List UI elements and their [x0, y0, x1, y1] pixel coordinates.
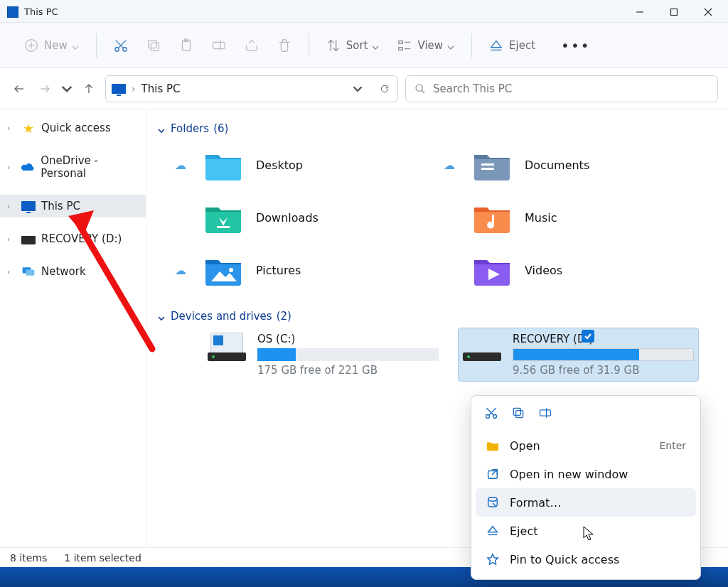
nav-history-button[interactable]	[61, 80, 73, 98]
context-open-new-window[interactable]: Open in new window	[476, 460, 696, 488]
group-label: Folders	[171, 122, 209, 135]
context-pin-label: Pin to Quick access	[510, 553, 619, 566]
sort-button[interactable]: Sort	[318, 33, 388, 58]
search-placeholder: Search This PC	[433, 82, 512, 95]
folder-item-desktop[interactable]: ☁ Desktop	[175, 141, 437, 189]
cut-button[interactable]	[105, 33, 136, 58]
eject-label: Eject	[509, 39, 535, 52]
search-icon	[414, 83, 426, 95]
folder-item-downloads[interactable]: Downloads	[175, 193, 437, 242]
svg-rect-31	[26, 270, 35, 276]
nav-item-onedrive[interactable]: › OneDrive - Personal	[0, 149, 146, 185]
drive-free-text: 9.56 GB free of 31.9 GB	[513, 364, 694, 377]
svg-rect-33	[481, 168, 494, 170]
svg-rect-44	[540, 410, 551, 416]
drive-item-os[interactable]: OS (C:) 175 GB free of 221 GB	[203, 328, 443, 381]
group-label: Devices and drives	[171, 310, 272, 323]
context-eject[interactable]: Eject	[476, 517, 696, 545]
folder-icon	[203, 149, 243, 181]
nav-forward-button[interactable]	[36, 80, 54, 98]
context-open-shortcut: Enter	[659, 440, 686, 451]
drive-usage-bar	[513, 348, 694, 361]
drive-icon	[463, 333, 501, 361]
expand-icon[interactable]: ›	[7, 267, 16, 276]
group-header-folders[interactable]: Folders (6)	[158, 122, 717, 135]
group-header-drives[interactable]: Devices and drives (2)	[158, 310, 717, 323]
folder-icon	[472, 202, 512, 233]
folder-item-videos[interactable]: Videos	[444, 246, 705, 294]
drive-label: OS (C:)	[257, 333, 439, 345]
context-menu: Open Enter Open in new window Format… Ej…	[471, 395, 701, 580]
eject-button[interactable]: Eject	[481, 33, 542, 58]
drive-free-text: 175 GB free of 221 GB	[257, 364, 439, 377]
breadcrumb-current[interactable]: This PC	[141, 82, 181, 95]
svg-line-29	[422, 90, 424, 93]
nav-item-quick-access[interactable]: › ★ Quick access	[0, 117, 146, 139]
rename-icon	[210, 37, 228, 54]
paste-button[interactable]	[171, 33, 202, 58]
folder-open-icon	[486, 438, 500, 453]
context-pin-quick-access[interactable]: Pin to Quick access	[476, 545, 696, 573]
svg-marker-50	[488, 527, 498, 532]
new-button[interactable]: New	[16, 33, 87, 58]
view-icon	[396, 37, 413, 54]
nav-item-recovery-drive[interactable]: › RECOVERY (D:)	[0, 227, 146, 250]
minimize-button[interactable]	[623, 1, 657, 23]
folder-icon	[203, 202, 243, 233]
context-eject-label: Eject	[510, 524, 537, 538]
expand-icon[interactable]: ›	[7, 202, 16, 211]
close-button[interactable]	[691, 1, 725, 23]
eject-icon	[488, 37, 505, 54]
drive-selected-checkbox[interactable]	[582, 330, 594, 343]
sort-label: Sort	[346, 39, 368, 52]
folder-icon	[472, 149, 512, 181]
this-pc-icon	[112, 84, 126, 94]
address-dropdown[interactable]	[350, 82, 365, 96]
context-open[interactable]: Open Enter	[476, 431, 696, 460]
format-icon	[486, 495, 500, 510]
expand-icon[interactable]: ›	[7, 163, 15, 172]
trash-icon	[276, 37, 293, 54]
folder-grid: ☁ Desktop ☁ Documents Downloads Music ☁	[158, 141, 705, 294]
ellipsis-icon: •••	[561, 37, 590, 54]
nav-item-network[interactable]: › Network	[0, 260, 146, 283]
network-icon	[21, 266, 36, 277]
copy-icon[interactable]	[511, 406, 525, 423]
search-box[interactable]: Search This PC	[405, 75, 718, 102]
rename-button[interactable]	[203, 33, 235, 58]
folder-item-pictures[interactable]: ☁ Pictures	[175, 246, 437, 294]
folder-item-music[interactable]: Music	[444, 193, 705, 242]
view-button[interactable]: View	[389, 33, 463, 58]
expand-icon[interactable]: ›	[7, 124, 16, 133]
share-button[interactable]	[236, 33, 267, 58]
expand-icon[interactable]: ›	[7, 235, 16, 244]
paste-icon	[178, 37, 195, 54]
command-bar: New Sort View Eject •••	[0, 23, 728, 68]
separator	[471, 33, 472, 58]
drive-item-recovery[interactable]: RECOVERY (D:) 9.56 GB free of 31.9 GB	[459, 328, 698, 381]
address-bar[interactable]: › This PC	[105, 75, 398, 102]
maximize-button[interactable]	[657, 1, 691, 23]
context-format[interactable]: Format…	[476, 488, 696, 517]
copy-button[interactable]	[138, 33, 169, 58]
nav-item-this-pc[interactable]: › This PC	[0, 195, 146, 217]
svg-marker-23	[491, 41, 502, 47]
folder-icon	[472, 254, 512, 286]
context-format-label: Format…	[510, 496, 561, 510]
rename-icon[interactable]	[538, 406, 552, 423]
drive-label: RECOVERY (D:)	[513, 333, 694, 345]
delete-button[interactable]	[269, 33, 300, 58]
chevron-down-icon	[158, 312, 166, 321]
chevron-down-icon	[372, 41, 380, 50]
svg-point-36	[229, 268, 233, 272]
folder-item-documents[interactable]: ☁ Documents	[444, 141, 705, 189]
refresh-button[interactable]	[378, 82, 392, 96]
nav-back-button[interactable]	[10, 80, 28, 98]
folder-label: Pictures	[256, 264, 301, 277]
context-open-new-label: Open in new window	[510, 468, 628, 481]
drive-grid: OS (C:) 175 GB free of 221 GB RECOVERY (…	[158, 328, 698, 381]
cut-icon[interactable]	[484, 406, 498, 423]
more-button[interactable]: •••	[554, 33, 597, 58]
nav-up-button[interactable]	[80, 80, 98, 98]
svg-marker-52	[488, 554, 498, 564]
